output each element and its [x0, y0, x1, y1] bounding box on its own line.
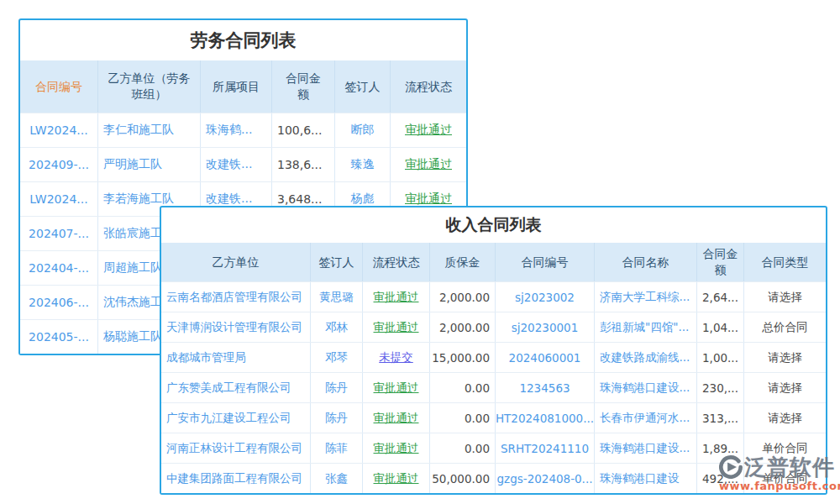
cell-party-b[interactable]: 中建集团路面工程有限公司: [161, 464, 311, 493]
cell-project[interactable]: 珠海鹤...: [201, 113, 272, 147]
cell-contract-name[interactable]: 珠海鹤港口建设...: [595, 433, 697, 463]
cell-status[interactable]: 审批通过: [363, 433, 430, 463]
cell-contract-name[interactable]: 珠海鹤港口建设: [595, 464, 697, 493]
cell-signer: 臻逸: [335, 148, 391, 181]
table-row: 广东赞美成工程有限公司 陈丹 审批通过 0.00 1234563 珠海鹤港口建设…: [161, 372, 826, 402]
cell-contract-no[interactable]: sj20230001: [496, 312, 595, 342]
cell-deposit: 0.00: [430, 373, 496, 402]
cell-signer: 断郎: [335, 113, 391, 147]
cell-status[interactable]: 审批通过: [363, 373, 430, 402]
cell-contract-name[interactable]: 长春市伊通河水...: [595, 403, 697, 433]
cell-contract-no[interactable]: sj2023002: [496, 282, 595, 312]
cell-amount: 313,...: [697, 403, 744, 433]
cell-contract-name[interactable]: 改建铁路成渝线...: [595, 343, 697, 372]
cell-contract-no[interactable]: 202407-...: [20, 217, 98, 250]
cell-party-b[interactable]: 广安市九江建设工程公司: [161, 403, 311, 433]
col-header-party-b: 乙方单位（劳务班组）: [98, 60, 201, 113]
cell-contract-no[interactable]: 202405-...: [20, 320, 98, 354]
cell-contract-name[interactable]: 彭祖新城"四馆"...: [595, 312, 697, 342]
cell-signer: 黄思璐: [311, 282, 363, 312]
cell-deposit: 2,000.00: [430, 282, 496, 312]
cell-party-b[interactable]: 成都城市管理局: [161, 343, 311, 372]
col-header-status: 流程状态: [391, 60, 466, 113]
labor-table-header: 合同编号 乙方单位（劳务班组） 所属项目 合同金额 签订人 流程状态: [20, 60, 466, 113]
cell-contract-no[interactable]: LW2024...: [20, 113, 98, 147]
cell-deposit: 2,000.00: [430, 312, 496, 342]
col-header-amount: 合同金额: [272, 60, 335, 113]
cell-contract-no[interactable]: 1234563: [496, 373, 595, 402]
cell-deposit: 15,000.00: [430, 343, 496, 372]
cell-deposit: 50,000.00: [430, 464, 496, 493]
table-row: 广安市九江建设工程公司 陈丹 审批通过 0.00 HT2024081000...…: [161, 402, 826, 433]
table-row: 云南名都酒店管理有限公司 黄思璐 审批通过 2,000.00 sj2023002…: [161, 281, 826, 312]
cell-signer: 张鑫: [311, 464, 363, 493]
col-header-signer: 签订人: [311, 243, 363, 281]
fanpu-logo-icon: [719, 455, 743, 479]
cell-signer: 陈丹: [311, 373, 363, 402]
col-header-contract-no: 合同编号: [496, 243, 595, 281]
cell-contract-no[interactable]: SRHT20241110: [496, 433, 595, 463]
cell-amount: 1,04...: [697, 312, 744, 342]
cell-status[interactable]: 审批通过: [391, 113, 466, 147]
col-header-contract-type: 合同类型: [744, 243, 826, 281]
income-contract-table: 收入合同列表 乙方单位 签订人 流程状态 质保金 合同编号 合同名称 合同金额 …: [160, 206, 827, 495]
cell-status[interactable]: 审批通过: [363, 403, 430, 433]
cell-contract-type[interactable]: 请选择: [744, 343, 826, 372]
table-row: 天津博润设计管理有限公司 邓林 审批通过 2,000.00 sj20230001…: [161, 312, 826, 342]
watermark-brand-text: 泛普软件: [744, 456, 835, 478]
income-table-title: 收入合同列表: [161, 207, 826, 243]
col-header-contract-no: 合同编号: [20, 60, 98, 113]
cell-amount: 2,64...: [697, 282, 744, 312]
table-row: 202409-... 严明施工队 改建铁... 138,6... 臻逸 审批通过: [20, 147, 466, 181]
col-header-status: 流程状态: [363, 243, 430, 281]
cell-contract-no[interactable]: 202406-...: [20, 286, 98, 319]
cell-contract-type: 总价合同: [744, 312, 826, 342]
cell-signer: 陈菲: [311, 433, 363, 463]
cell-deposit: 0.00: [430, 433, 496, 463]
col-header-amount: 合同金额: [697, 243, 744, 281]
cell-contract-type[interactable]: 请选择: [744, 373, 826, 402]
col-header-party-b: 乙方单位: [161, 243, 311, 281]
cell-signer: 邓林: [311, 312, 363, 342]
cell-amount: 100,6...: [272, 113, 335, 147]
cell-party-b[interactable]: 李仁和施工队: [98, 113, 201, 147]
cell-status[interactable]: 审批通过: [391, 148, 466, 181]
cell-contract-no[interactable]: 202404-...: [20, 251, 98, 285]
cell-contract-no[interactable]: LW2024...: [20, 182, 98, 216]
fanpu-watermark: 泛普软件 www.fanpusoft.com: [719, 455, 835, 492]
cell-amount: 1,00...: [697, 343, 744, 372]
cell-contract-name[interactable]: 济南大学工科综...: [595, 282, 697, 312]
cell-deposit: 0.00: [430, 403, 496, 433]
cell-party-b[interactable]: 河南正林设计工程有限公司: [161, 433, 311, 463]
col-header-project: 所属项目: [201, 60, 272, 113]
cell-party-b[interactable]: 云南名都酒店管理有限公司: [161, 282, 311, 312]
cell-project[interactable]: 改建铁...: [201, 148, 272, 181]
cell-party-b[interactable]: 严明施工队: [98, 148, 201, 181]
cell-contract-type[interactable]: 请选择: [744, 282, 826, 312]
cell-status[interactable]: 未提交: [363, 343, 430, 372]
table-row: LW2024... 李仁和施工队 珠海鹤... 100,6... 断郎 审批通过: [20, 113, 466, 147]
cell-contract-type[interactable]: 请选择: [744, 403, 826, 433]
cell-contract-no[interactable]: HT2024081000...: [496, 403, 595, 433]
cell-contract-name[interactable]: 珠海鹤港口建设...: [595, 373, 697, 402]
col-header-deposit: 质保金: [430, 243, 496, 281]
cell-amount: 138,6...: [272, 148, 335, 181]
income-table-header: 乙方单位 签订人 流程状态 质保金 合同编号 合同名称 合同金额 合同类型: [161, 243, 826, 281]
cell-signer: 邓琴: [311, 343, 363, 372]
cell-status[interactable]: 审批通过: [363, 464, 430, 493]
table-row: 成都城市管理局 邓琴 未提交 15,000.00 2024060001 改建铁路…: [161, 342, 826, 372]
cell-party-b[interactable]: 广东赞美成工程有限公司: [161, 373, 311, 402]
cell-contract-no[interactable]: 2024060001: [496, 343, 595, 372]
col-header-contract-name: 合同名称: [595, 243, 697, 281]
cell-contract-no[interactable]: gzgs-202408-0...: [496, 464, 595, 493]
cell-contract-no[interactable]: 202409-...: [20, 148, 98, 181]
labor-table-title: 劳务合同列表: [20, 20, 466, 60]
watermark-url-text: www.fanpusoft.com: [719, 480, 835, 492]
cell-status[interactable]: 审批通过: [363, 282, 430, 312]
cell-signer: 陈丹: [311, 403, 363, 433]
cell-amount: 230,...: [697, 373, 744, 402]
col-header-signer: 签订人: [335, 60, 391, 113]
cell-status[interactable]: 审批通过: [363, 312, 430, 342]
cell-party-b[interactable]: 天津博润设计管理有限公司: [161, 312, 311, 342]
